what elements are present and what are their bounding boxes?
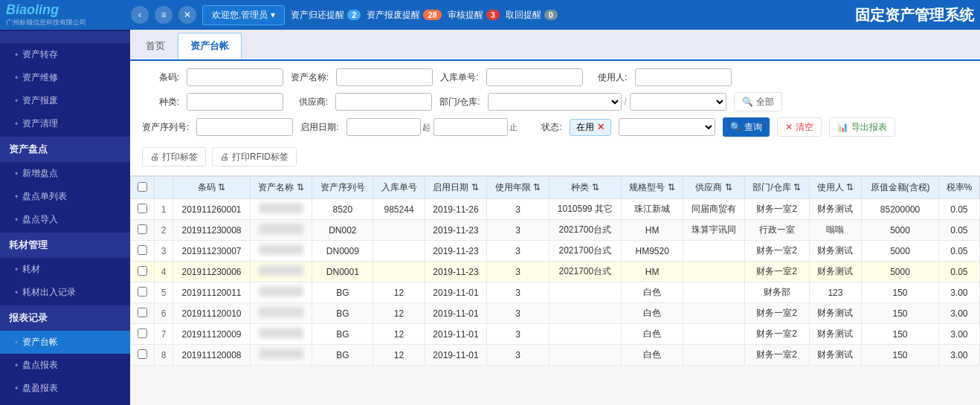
cell-checkbox[interactable] xyxy=(131,241,155,262)
cell-checkbox[interactable] xyxy=(131,345,155,366)
sidebar-item-surplus-report[interactable]: 盘盈报表 xyxy=(0,377,130,400)
cell-inbound: 12 xyxy=(373,282,425,303)
sidebar-item-asset-ledger[interactable]: 资产台帐 xyxy=(0,331,130,354)
cell-start-date: 2019-11-01 xyxy=(425,345,487,366)
cell-amount: 5000 xyxy=(862,220,938,241)
sidebar-section-reports: 报表记录 xyxy=(0,305,130,331)
table-row: 5 201911120011 BG 12 2019-11-01 3 白色 财务部… xyxy=(131,282,980,303)
sidebar-item-maintenance[interactable]: 资产维修 xyxy=(0,66,130,89)
status-select[interactable] xyxy=(619,118,715,136)
col-category[interactable]: 种类 ⇅ xyxy=(549,177,621,199)
col-asset-name[interactable]: 资产名称 ⇅ xyxy=(250,177,312,199)
sidebar-section-asset-ops xyxy=(0,31,130,43)
sidebar-item-new-inventory[interactable]: 新增盘点 xyxy=(0,162,130,185)
cell-checkbox[interactable] xyxy=(131,282,155,303)
cell-start-date: 2019-11-23 xyxy=(425,220,487,241)
cell-tax: 0.05 xyxy=(938,262,979,282)
search-row-1: 条码: 资产名称: 入库单号: 使用人: xyxy=(142,68,968,86)
col-spec[interactable]: 规格型号 ⇅ xyxy=(621,177,683,199)
cell-amount: 150 xyxy=(862,324,938,345)
supplier-input[interactable] xyxy=(335,93,432,111)
col-tax[interactable]: 税率% xyxy=(938,177,979,199)
col-inbound[interactable]: 入库单号 xyxy=(373,177,425,199)
barcode-input[interactable] xyxy=(187,68,283,86)
col-checkbox[interactable] xyxy=(131,177,155,199)
table-body: 1 201911260001 8520 985244 2019-11-26 3 … xyxy=(131,199,980,366)
cell-supplier xyxy=(683,241,744,262)
col-start-date[interactable]: 启用日期 ⇅ xyxy=(425,177,487,199)
clear-button[interactable]: ✕ 清空 xyxy=(777,117,822,137)
sidebar-item-transfer[interactable]: 资产转存 xyxy=(0,43,130,66)
supplier-label: 供应商: xyxy=(291,96,328,108)
cell-checkbox[interactable] xyxy=(131,199,155,220)
table-row: 1 201911260001 8520 985244 2019-11-26 3 … xyxy=(131,199,980,220)
nav-close-button[interactable]: ✕ xyxy=(178,6,196,24)
start-date-label: 启用日期: xyxy=(300,121,338,134)
dept-sub-select[interactable] xyxy=(630,93,726,111)
user-input[interactable] xyxy=(635,68,732,86)
nav-menu-button[interactable]: ≡ xyxy=(155,6,173,24)
asset-name-input[interactable] xyxy=(336,68,433,86)
table-row: 2 201911230008 DN002 2019-11-23 3 202170… xyxy=(131,220,980,241)
serial-input[interactable] xyxy=(196,118,293,136)
cell-tax: 0.05 xyxy=(938,220,979,241)
sidebar-item-consumables[interactable]: 耗材 xyxy=(0,258,130,281)
welcome-button[interactable]: 欢迎您,管理员 ▾ xyxy=(202,5,285,25)
print-tag-button[interactable]: 🖨 打印标签 xyxy=(142,147,206,166)
cell-supplier xyxy=(683,345,744,366)
col-user[interactable]: 使用人 ⇅ xyxy=(809,177,862,199)
tab-home[interactable]: 首页 xyxy=(133,33,178,59)
col-years[interactable]: 使用年限 ⇅ xyxy=(487,177,549,199)
date-group: 起 止 xyxy=(346,118,518,136)
sidebar-item-inventory-report[interactable]: 盘点报表 xyxy=(0,354,130,377)
notification-scrap[interactable]: 资产报废提醒 28 xyxy=(367,9,441,22)
cell-dept: 财务一室2 xyxy=(744,303,809,324)
cell-tax: 3.00 xyxy=(938,303,979,324)
col-serial[interactable]: 资产序列号 xyxy=(312,177,373,199)
col-supplier[interactable]: 供应商 ⇅ xyxy=(683,177,744,199)
notification-return[interactable]: 资产归还提醒 2 xyxy=(291,9,361,22)
nav-back-button[interactable]: ‹ xyxy=(131,6,149,24)
all-button[interactable]: 🔍 全部 xyxy=(734,92,782,111)
cell-no: 1 xyxy=(154,199,173,220)
cell-category: 2021700台式 xyxy=(549,262,621,282)
cell-user: 财务测试 xyxy=(809,345,862,366)
inbound-no-input[interactable] xyxy=(486,68,583,86)
sidebar-item-inventory-list[interactable]: 盘点单列表 xyxy=(0,185,130,208)
col-barcode[interactable]: 条码 ⇅ xyxy=(173,177,251,199)
start-date-input[interactable] xyxy=(346,118,421,136)
notification-recall[interactable]: 取回提醒 0 xyxy=(506,9,558,22)
query-button[interactable]: 🔍 查询 xyxy=(723,117,770,137)
export-button[interactable]: 📊 导出报表 xyxy=(829,117,895,137)
cell-checkbox[interactable] xyxy=(131,303,155,324)
cell-category xyxy=(549,282,621,303)
cell-asset-name xyxy=(250,220,312,241)
sidebar-item-inventory-import[interactable]: 盘点导入 xyxy=(0,208,130,231)
table-row: 8 201911120008 BG 12 2019-11-01 3 白色 财务一… xyxy=(131,345,980,366)
select-all-checkbox[interactable] xyxy=(138,182,147,192)
col-dept[interactable]: 部门/仓库 ⇅ xyxy=(744,177,809,199)
cell-checkbox[interactable] xyxy=(131,324,155,345)
category-input[interactable] xyxy=(187,93,283,111)
cell-dept: 财务一室2 xyxy=(744,199,809,220)
col-amount[interactable]: 原值金额(含税) xyxy=(862,177,938,199)
print-rfid-button[interactable]: 🖨 打印RFID标签 xyxy=(212,147,297,166)
sidebar-item-scrap[interactable]: 资产报废 xyxy=(0,89,130,112)
dept-select[interactable] xyxy=(488,93,622,111)
cell-start-date: 2019-11-01 xyxy=(425,303,487,324)
sidebar-item-cleanup[interactable]: 资产清理 xyxy=(0,112,130,135)
notification-audit[interactable]: 审核提醒 3 xyxy=(448,9,500,22)
cell-no: 7 xyxy=(154,324,173,345)
sidebar-item-consumables-log[interactable]: 耗材出入记录 xyxy=(0,281,130,304)
tab-asset-ledger[interactable]: 资产台帐 xyxy=(178,33,242,59)
search-btn-icon: 🔍 xyxy=(730,122,741,132)
cell-inbound: 12 xyxy=(373,345,425,366)
end-date-input[interactable] xyxy=(433,118,508,136)
cell-checkbox[interactable] xyxy=(131,220,155,241)
status-clear-button[interactable]: ✕ xyxy=(597,122,605,132)
sidebar-section-inventory: 资产盘点 xyxy=(0,137,130,162)
cell-start-date: 2019-11-01 xyxy=(425,282,487,303)
cell-checkbox[interactable] xyxy=(131,262,155,282)
cell-inbound: 985244 xyxy=(373,199,425,220)
cell-tax: 0.05 xyxy=(938,241,979,262)
